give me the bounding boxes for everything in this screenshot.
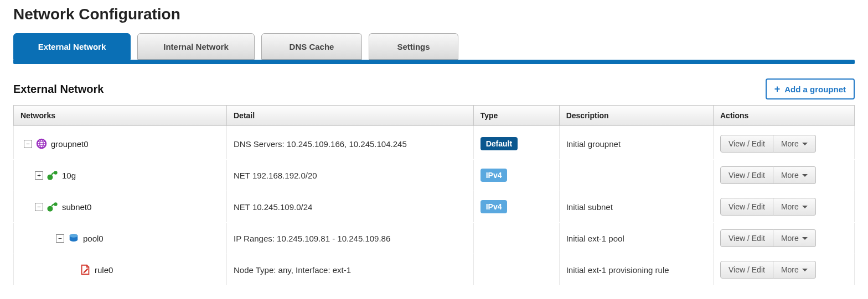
collapse-icon[interactable]: − bbox=[35, 203, 43, 211]
type-cell: IPv4 bbox=[473, 191, 559, 223]
collapse-icon[interactable]: − bbox=[56, 234, 64, 243]
plus-icon: + bbox=[774, 84, 781, 94]
more-label: More bbox=[781, 202, 799, 211]
add-groupnet-label: Add a groupnet bbox=[784, 85, 846, 94]
svg-point-12 bbox=[70, 234, 78, 237]
type-cell bbox=[473, 223, 559, 254]
tab-underline bbox=[13, 60, 855, 64]
table-row: − groupnet0DNS Servers: 10.245.109.166, … bbox=[14, 126, 855, 160]
tab-label: External Network bbox=[38, 42, 106, 51]
action-group: View / EditMore bbox=[720, 198, 816, 216]
chevron-down-icon bbox=[802, 174, 808, 180]
section-header: External Network + Add a groupnet bbox=[13, 78, 855, 99]
actions-cell: View / EditMore bbox=[714, 191, 855, 223]
chevron-down-icon bbox=[802, 269, 808, 274]
page-title: Network Configuration bbox=[13, 6, 855, 23]
expand-icon[interactable]: + bbox=[35, 171, 43, 180]
subnet-icon bbox=[46, 201, 59, 212]
description-cell: Initial ext-1 pool bbox=[559, 223, 713, 254]
type-badge: IPv4 bbox=[480, 169, 508, 182]
description-cell bbox=[559, 160, 713, 191]
table-row: + 10gNET 192.168.192.0/20IPv4View / Edit… bbox=[14, 160, 855, 191]
action-group: View / EditMore bbox=[720, 229, 816, 247]
collapse-icon[interactable]: − bbox=[24, 140, 32, 148]
chevron-down-icon bbox=[802, 206, 808, 211]
tab-external-network[interactable]: External Network bbox=[13, 33, 131, 60]
detail-cell: IP Ranges: 10.245.109.81 - 10.245.109.86 bbox=[227, 223, 474, 254]
action-group: View / EditMore bbox=[720, 166, 816, 184]
type-badge: Default bbox=[480, 137, 518, 150]
more-menu-button[interactable]: More bbox=[773, 261, 816, 279]
view-edit-button[interactable]: View / Edit bbox=[720, 198, 773, 216]
actions-cell: View / EditMore bbox=[714, 126, 855, 160]
view-edit-button[interactable]: View / Edit bbox=[720, 229, 773, 247]
detail-cell: NET 10.245.109.0/24 bbox=[227, 191, 474, 223]
tree-node: − pool0 bbox=[20, 233, 220, 244]
tab-label: Internal Network bbox=[163, 42, 229, 51]
col-description[interactable]: Description bbox=[559, 106, 713, 126]
tree-node: rule0 bbox=[20, 264, 220, 276]
more-menu-button[interactable]: More bbox=[773, 198, 816, 216]
network-name: groupnet0 bbox=[51, 139, 89, 149]
col-actions[interactable]: Actions bbox=[714, 106, 855, 126]
table-row: rule0Node Type: any, Interface: ext-1Ini… bbox=[14, 254, 855, 286]
tab-bar: External Network Internal Network DNS Ca… bbox=[13, 33, 855, 60]
globe-icon bbox=[35, 138, 48, 150]
more-menu-button[interactable]: More bbox=[773, 166, 816, 184]
col-type[interactable]: Type bbox=[473, 106, 559, 126]
action-group: View / EditMore bbox=[720, 135, 816, 153]
pool-icon bbox=[68, 233, 80, 244]
section-title: External Network bbox=[13, 83, 104, 96]
more-label: More bbox=[781, 171, 799, 180]
more-menu-button[interactable]: More bbox=[773, 229, 816, 247]
more-label: More bbox=[781, 139, 799, 148]
col-networks[interactable]: Networks bbox=[14, 106, 227, 126]
description-cell: Initial ext-1 provisioning rule bbox=[559, 254, 713, 286]
tree-node: − groupnet0 bbox=[20, 138, 220, 150]
view-edit-button[interactable]: View / Edit bbox=[720, 166, 773, 184]
detail-cell: NET 192.168.192.0/20 bbox=[227, 160, 474, 191]
network-name: subnet0 bbox=[62, 202, 91, 212]
more-label: More bbox=[781, 234, 799, 243]
col-detail[interactable]: Detail bbox=[227, 106, 474, 126]
tab-dns-cache[interactable]: DNS Cache bbox=[261, 33, 362, 60]
type-cell bbox=[473, 254, 559, 286]
type-badge: IPv4 bbox=[480, 200, 508, 213]
svg-point-7 bbox=[47, 175, 53, 180]
detail-cell: Node Type: any, Interface: ext-1 bbox=[227, 254, 474, 286]
description-cell: Initial groupnet bbox=[559, 126, 713, 160]
table-row: − pool0IP Ranges: 10.245.109.81 - 10.245… bbox=[14, 223, 855, 254]
tree-node: − subnet0 bbox=[20, 201, 220, 212]
table-row: − subnet0NET 10.245.109.0/24IPv4Initial … bbox=[14, 191, 855, 223]
networks-table: Networks Detail Type Description Actions… bbox=[13, 105, 855, 286]
action-group: View / EditMore bbox=[720, 261, 816, 279]
network-name: rule0 bbox=[95, 265, 113, 275]
view-edit-button[interactable]: View / Edit bbox=[720, 261, 773, 279]
add-groupnet-button[interactable]: + Add a groupnet bbox=[766, 78, 855, 99]
tree-node: + 10g bbox=[20, 170, 220, 181]
view-edit-button[interactable]: View / Edit bbox=[720, 135, 773, 153]
actions-cell: View / EditMore bbox=[714, 254, 855, 286]
detail-cell: DNS Servers: 10.245.109.166, 10.245.104.… bbox=[227, 126, 474, 160]
network-name: 10g bbox=[62, 171, 76, 180]
more-label: More bbox=[781, 265, 799, 274]
actions-cell: View / EditMore bbox=[714, 160, 855, 191]
chevron-down-icon bbox=[802, 237, 808, 243]
tab-internal-network[interactable]: Internal Network bbox=[137, 33, 255, 60]
type-cell: Default bbox=[473, 126, 559, 160]
tab-label: DNS Cache bbox=[290, 42, 334, 51]
subnet-icon bbox=[46, 170, 59, 181]
more-menu-button[interactable]: More bbox=[773, 135, 816, 153]
type-cell: IPv4 bbox=[473, 160, 559, 191]
svg-point-9 bbox=[47, 206, 53, 212]
network-name: pool0 bbox=[83, 234, 104, 243]
actions-cell: View / EditMore bbox=[714, 223, 855, 254]
tab-label: Settings bbox=[397, 42, 430, 51]
rule-icon bbox=[79, 264, 91, 276]
tab-settings[interactable]: Settings bbox=[369, 33, 458, 60]
table-header-row: Networks Detail Type Description Actions bbox=[14, 106, 855, 126]
description-cell: Initial subnet bbox=[559, 191, 713, 223]
chevron-down-icon bbox=[802, 143, 808, 148]
